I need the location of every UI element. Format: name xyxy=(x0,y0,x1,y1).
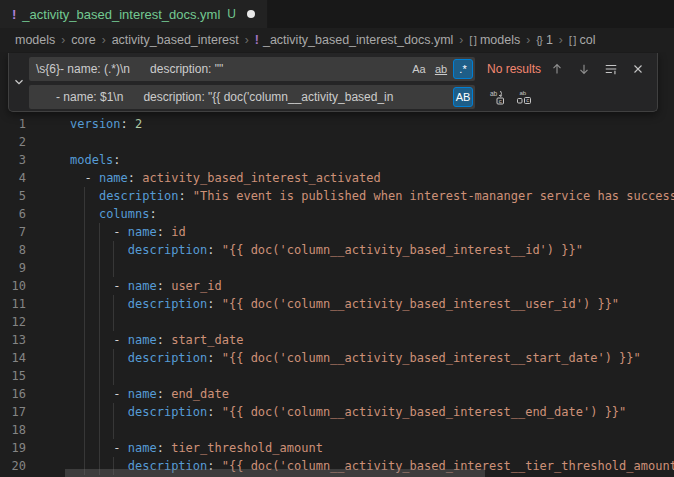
indent-guide xyxy=(113,349,114,367)
line-text: - name: activity_based_interest_activate… xyxy=(70,169,381,187)
indent-guide xyxy=(84,205,85,223)
close-icon xyxy=(631,62,645,76)
line-text: - name: tier_threshold_amount xyxy=(70,439,323,457)
breadcrumb-separator: › xyxy=(102,33,106,47)
git-untracked-badge: U xyxy=(227,7,236,21)
find-input-value: \s{6}- name: (.*)\n description: "" xyxy=(29,57,405,81)
line-text: - name: user_id xyxy=(70,277,222,295)
code-line: 1version: 2 xyxy=(0,115,674,133)
breadcrumb-item-core[interactable]: core xyxy=(71,33,95,47)
next-match-button[interactable] xyxy=(574,59,594,79)
indent-guide xyxy=(84,259,85,277)
code-line: 7 - name: id xyxy=(0,223,674,241)
breadcrumb-label: 1 xyxy=(546,33,553,47)
indent-guide xyxy=(113,259,114,277)
breadcrumb-separator: › xyxy=(61,33,65,47)
code-line: 4 - name: activity_based_interest_activa… xyxy=(0,169,674,187)
line-text: version: 2 xyxy=(70,115,142,133)
replace-all-icon: ab c xyxy=(516,89,532,105)
indent-guide xyxy=(84,367,85,385)
breadcrumb-separator: › xyxy=(245,33,249,47)
indent-guide xyxy=(99,241,100,259)
breadcrumb-separator: › xyxy=(526,33,530,47)
horizontal-scrollbar[interactable] xyxy=(65,469,485,477)
line-number: 3 xyxy=(0,151,26,169)
line-text: - name: end_date xyxy=(70,385,229,403)
symbol-array-icon: [ ] xyxy=(469,34,476,46)
line-text: - name: start_date xyxy=(70,331,243,349)
indent-guide xyxy=(84,313,85,331)
replace-button[interactable]: ab c xyxy=(487,87,507,107)
line-number: 15 xyxy=(0,367,26,385)
modified-dot-icon[interactable] xyxy=(247,10,255,18)
line-text: columns: xyxy=(70,205,157,223)
code-line: 9 xyxy=(0,259,674,277)
indent-guide xyxy=(84,385,85,403)
replace-input[interactable]: - name: $1\n description: "{{ doc('colum… xyxy=(29,85,475,109)
breadcrumb-item-activity_based_interest[interactable]: activity_based_interest xyxy=(112,33,239,47)
preserve-case-button[interactable]: AB xyxy=(453,87,473,107)
indent-guide xyxy=(99,331,100,349)
line-text: models: xyxy=(70,151,121,169)
breadcrumb-item-_activity_based_interest_docs.yml[interactable]: !_activity_based_interest_docs.yml xyxy=(255,33,454,47)
indent-guide xyxy=(113,403,114,421)
indent-guide xyxy=(99,259,100,277)
indent-guide xyxy=(84,295,85,313)
breadcrumb-label: activity_based_interest xyxy=(112,33,239,47)
line-number: 2 xyxy=(0,133,26,151)
line-text: description: "{{ doc('column__activity_b… xyxy=(70,241,583,259)
find-input[interactable]: \s{6}- name: (.*)\n description: "" Aa a… xyxy=(29,57,475,81)
code-line: 10 - name: user_id xyxy=(0,277,674,295)
code-area[interactable]: 1version: 223models:4 - name: activity_b… xyxy=(0,52,674,475)
line-text: - name: id xyxy=(70,223,186,241)
indent-guide xyxy=(113,421,114,439)
indent-guide xyxy=(84,187,85,205)
indent-guide xyxy=(99,313,100,331)
line-number: 14 xyxy=(0,349,26,367)
line-number: 7 xyxy=(0,223,26,241)
breadcrumb-item-col[interactable]: [ ]col xyxy=(569,33,596,47)
code-line: 2 xyxy=(0,133,674,151)
svg-text:ab: ab xyxy=(520,90,527,96)
symbol-object-icon: {} xyxy=(536,34,542,46)
whole-word-button[interactable]: ab xyxy=(431,59,451,79)
regex-button[interactable]: .* xyxy=(453,59,473,79)
arrow-down-icon xyxy=(577,62,591,76)
code-line: 18 xyxy=(0,421,674,439)
tab-active-file[interactable]: ! _activity_based_interest_docs.yml U xyxy=(0,0,268,28)
find-in-selection-button[interactable] xyxy=(601,59,621,79)
indent-guide xyxy=(84,349,85,367)
arrow-up-icon xyxy=(550,62,564,76)
replace-all-button[interactable]: ab c xyxy=(514,87,534,107)
breadcrumb-item-models[interactable]: [ ]models xyxy=(469,33,520,47)
symbol-array-icon: [ ] xyxy=(569,34,576,46)
code-line: 15 xyxy=(0,367,674,385)
previous-match-button[interactable] xyxy=(547,59,567,79)
code-line: 17 description: "{{ doc('column__activit… xyxy=(0,403,674,421)
line-number: 11 xyxy=(0,295,26,313)
toggle-replace-button[interactable] xyxy=(9,53,29,111)
breadcrumb-label: core xyxy=(71,33,95,47)
replace-input-value: - name: $1\n description: "{{ doc('colum… xyxy=(29,85,451,109)
breadcrumb-label: _activity_based_interest_docs.yml xyxy=(263,33,453,47)
code-line: 12 xyxy=(0,313,674,331)
line-number: 19 xyxy=(0,439,26,457)
close-find-widget-button[interactable] xyxy=(628,59,648,79)
chevron-down-icon xyxy=(12,75,26,89)
indent-guide xyxy=(113,241,114,259)
indent-guide xyxy=(99,349,100,367)
line-number: 13 xyxy=(0,331,26,349)
find-in-selection-icon xyxy=(604,62,618,76)
line-text: description: "{{ doc('column__activity_b… xyxy=(70,403,626,421)
line-number: 5 xyxy=(0,187,26,205)
editor[interactable]: \s{6}- name: (.*)\n description: "" Aa a… xyxy=(0,52,674,477)
match-case-button[interactable]: Aa xyxy=(409,59,429,79)
indent-guide xyxy=(99,421,100,439)
replace-icon: ab c xyxy=(489,89,505,105)
indent-guide xyxy=(84,403,85,421)
breadcrumb-item-models[interactable]: models xyxy=(15,33,55,47)
breadcrumb-item-1[interactable]: {}1 xyxy=(536,33,553,47)
indent-guide xyxy=(99,385,100,403)
code-line: 13 - name: start_date xyxy=(0,331,674,349)
line-number: 16 xyxy=(0,385,26,403)
